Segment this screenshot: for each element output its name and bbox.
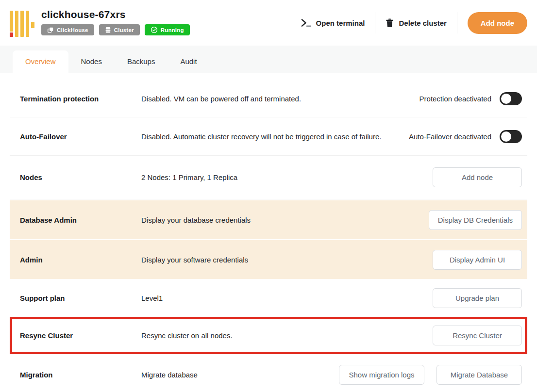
row-nodes: Nodes 2 Nodes: 1 Primary, 1 Replica Add … [10,156,527,199]
divider [457,12,457,33]
auto-failover-toggle[interactable] [500,130,522,143]
display-db-credentials-button[interactable]: Display DB Credentials [429,210,522,230]
row-label: Database Admin [20,216,141,224]
row-label: Support plan [20,294,141,302]
add-node-button[interactable]: Add node [468,12,527,34]
toggle-knob [501,131,511,142]
logo-bar [15,11,18,37]
row-migration: Migration Migrate database Show migratio… [10,357,527,392]
badge-label: ClickHouse [57,27,88,33]
clickhouse-badge: ClickHouse [41,24,94,35]
add-node-row-button[interactable]: Add node [433,167,522,187]
row-description: Disabled. VM can be powered off and term… [141,95,420,103]
logo-bar [26,11,29,37]
page-title: clickhouse-67xrs [41,9,190,20]
check-circle-icon [151,26,158,33]
badge-list: ClickHouse Cluster Running [41,24,190,35]
copy-stack-icon [47,27,54,33]
row-label: Resync Cluster [20,331,141,340]
open-terminal-label: Open terminal [316,19,365,27]
upgrade-plan-button[interactable]: Upgrade plan [433,288,522,308]
row-description: Disabled. Automatic cluster recovery wil… [141,132,409,141]
toggle-status-label: Auto-Failover deactivated [409,132,491,141]
row-termination-protection: Termination protection Disabled. VM can … [10,80,527,117]
clickhouse-logo-icon [10,11,34,37]
row-admin: Admin Display your software credentials … [10,240,527,279]
logo-bar [10,11,13,37]
running-status-badge: Running [145,24,190,35]
toggle-knob [501,94,511,104]
row-resync-cluster: Resync Cluster Resync cluster on all nod… [10,317,527,354]
tab-backups[interactable]: Backups [115,50,168,73]
terminal-icon [301,18,311,27]
row-label: Migration [20,371,141,379]
delete-cluster-button[interactable]: Delete cluster [386,18,446,28]
logo-bar [20,11,24,37]
termination-protection-toggle[interactable] [500,92,522,105]
cluster-badge: Cluster [99,24,140,35]
row-description: Display your software credentials [141,256,433,264]
tab-audit[interactable]: Audit [168,50,209,73]
migrate-database-button[interactable]: Migrate Database [436,365,522,385]
row-description: Display your database credentials [141,216,429,224]
row-label: Admin [20,256,141,264]
tab-overview[interactable]: Overview [13,50,68,73]
trash-icon [386,18,394,28]
display-admin-ui-button[interactable]: Display Admin UI [433,250,522,270]
row-description: Resync cluster on all nodes. [141,331,433,340]
row-label: Termination protection [20,95,141,103]
row-label: Nodes [20,173,141,181]
divider [375,12,375,33]
logo-bar [31,22,34,28]
show-migration-logs-button[interactable]: Show migration logs [339,365,424,385]
row-description: Level1 [141,294,433,302]
database-icon [105,27,111,33]
header-actions: Open terminal Delete cluster Add node [301,12,527,34]
row-description: 2 Nodes: 1 Primary, 1 Replica [141,173,433,181]
row-database-admin: Database Admin Display your database cre… [10,200,527,239]
overview-panel: Termination protection Disabled. VM can … [0,73,537,392]
page-header: clickhouse-67xrs ClickHouse Cluster [0,0,537,46]
open-terminal-button[interactable]: Open terminal [301,18,365,27]
cluster-identity: clickhouse-67xrs ClickHouse Cluster [10,9,190,37]
resync-cluster-button[interactable]: Resync Cluster [433,326,522,345]
row-description: Migrate database [141,371,339,379]
toggle-status-label: Protection deactivated [420,95,491,103]
row-label: Auto-Failover [20,132,141,141]
badge-label: Cluster [114,27,134,33]
tab-nodes[interactable]: Nodes [68,50,115,73]
tab-bar: Overview Nodes Backups Audit [0,46,537,73]
row-auto-failover: Auto-Failover Disabled. Automatic cluste… [10,117,527,156]
delete-cluster-label: Delete cluster [399,19,446,27]
badge-label: Running [161,27,184,33]
row-support-plan: Support plan Level1 Upgrade plan [10,280,527,316]
